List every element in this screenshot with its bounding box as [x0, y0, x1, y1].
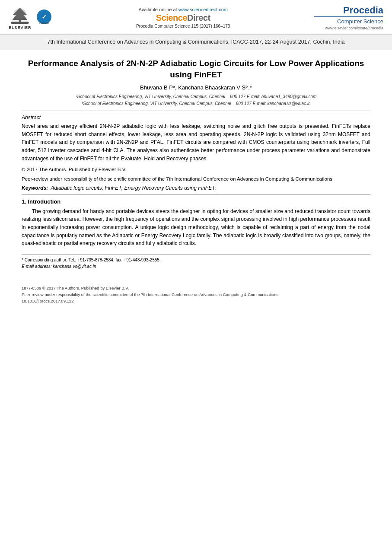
elsevier-label: ELSEVIER — [9, 25, 32, 30]
keywords-line: Keywords: Adiabatic logic circuits; FinF… — [22, 185, 370, 191]
procedia-title: Procedia — [314, 5, 383, 16]
conference-band: 7th International Conference on Advances… — [0, 34, 392, 50]
peer-review-line: Peer-review under responsibility of the … — [22, 175, 370, 183]
sd-science-text: Science — [156, 13, 187, 22]
divider-2 — [22, 194, 370, 195]
bottom-doi: 10.1016/j.procs.2017.09.122 — [22, 298, 370, 304]
keywords-label: Keywords: — [22, 185, 48, 191]
footnote-corresponding: * Corresponding author. Tel.: +91-735-87… — [22, 257, 370, 263]
abstract-text: Novel area and energy efficient 2N-N-2P … — [22, 122, 370, 162]
sciencedirect-brand: ScienceDirect — [59, 13, 308, 23]
footnote-area: * Corresponding author. Tel.: +91-735-87… — [22, 254, 370, 270]
abstract-label: Abstract — [22, 115, 370, 121]
available-online-text: Available online at www.sciencedirect.co… — [59, 7, 308, 12]
keywords-text: Adiabatic logic circuits; FinFET; Energy… — [51, 185, 216, 191]
copyright-line: © 2017 The Authors. Published by Elsevie… — [22, 166, 370, 174]
main-content: Performance Analysis of 2N-N-2P Adiabati… — [0, 50, 392, 274]
bottom-issn: 1877-0509 © 2017 The Authors. Published … — [22, 285, 370, 291]
elsevier-tree-icon — [9, 6, 31, 25]
header-center: Available online at www.sciencedirect.co… — [52, 7, 314, 29]
affiliations: ᵃSchool of Electronics Engineering, VIT … — [22, 93, 370, 107]
intro-heading: 1. Introduction — [22, 198, 370, 205]
footnote-email: E-mail address: kanchana.vs@vit.ac.in — [22, 263, 370, 270]
affiliation-a: ᵃSchool of Electronics Engineering, VIT … — [22, 93, 370, 100]
divider-1 — [22, 111, 370, 111]
footnote-email-italic: E-mail address: kanchana.vs@vit.ac.in — [22, 264, 96, 269]
procedia-url: www.elsevier.com/locate/procedia — [314, 26, 383, 30]
crossmark-logo: ✓ CrossMark — [36, 9, 52, 27]
sd-url-link[interactable]: www.sciencedirect.com — [178, 7, 228, 12]
bottom-strip: 1877-0509 © 2017 The Authors. Published … — [0, 282, 392, 307]
sd-direct-text: Direct — [187, 13, 210, 22]
paper-title: Performance Analysis of 2N-N-2P Adiabati… — [22, 58, 370, 80]
svg-text:CrossMark: CrossMark — [38, 22, 49, 25]
elsevier-logo: ELSEVIER — [9, 6, 32, 30]
svg-text:✓: ✓ — [41, 13, 47, 20]
header: ELSEVIER ✓ CrossMark Available online at… — [0, 0, 392, 34]
page: ELSEVIER ✓ CrossMark Available online at… — [0, 0, 392, 535]
header-logos: ELSEVIER ✓ CrossMark — [9, 6, 52, 30]
crossmark-icon: ✓ CrossMark — [36, 9, 52, 25]
procedia-subtitle: Computer Science — [314, 16, 383, 25]
journal-info: Procedia Computer Science 115 (2017) 166… — [59, 24, 308, 29]
affiliation-b: ᵇSchool of Electronics Engineering, VIT … — [22, 100, 370, 107]
procedia-box: Procedia Computer Science www.elsevier.c… — [314, 5, 383, 30]
authors: Bhuvana B Pᵃ, Kanchana Bhaaskaran V Sᵇ,* — [22, 84, 370, 91]
bottom-peer-review: Peer-review under responsibility of the … — [22, 291, 370, 298]
svg-point-2 — [14, 8, 26, 19]
intro-para-1: The growing demand for handy and portabl… — [22, 207, 370, 248]
svg-rect-3 — [11, 22, 29, 24]
